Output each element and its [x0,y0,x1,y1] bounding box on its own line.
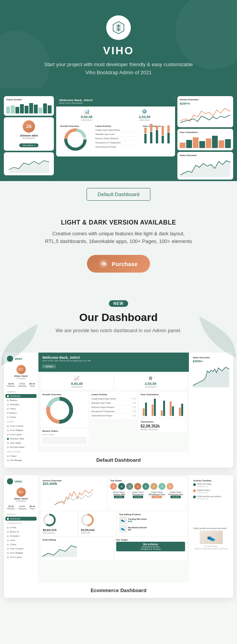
ecomm-sidebar-item-uikits[interactable]: UI Kits [5,526,37,529]
welcome-title: Wellcome Back, John!! [42,356,185,359]
sidebar-dot [7,518,9,520]
sidebar-item-home[interactable]: Home [5,407,37,411]
stat-card-1: 📊 8,50,49 Lorem ipsum [58,109,115,121]
main-grid: Growth Overview Recent Orders Name | Sta… [38,392,189,450]
stat-icon: 📈 [42,376,112,381]
sidebar-section-forms: Forms [5,419,37,424]
sidebar-dot [7,531,9,533]
sidebar-dot [7,455,9,457]
sidebar-dot [7,434,9,436]
ecomm-sidebar-item-icons[interactable]: Icons [5,538,37,542]
stat-card-total: 📈 8,50,49 Lorem ipsum [41,374,113,389]
sidebar-item-no-data[interactable]: No Data Tables [5,445,37,449]
ecomm-sidebar-item-bonusui[interactable]: Bonus UI [5,530,37,534]
ecomm-sidebar-item-dashboard[interactable]: Dashboard [5,517,37,521]
preview-right: Invoice Overview $200+k User Activations [177,96,233,181]
stat-icon-2: ⚙ [116,376,185,381]
ecommerce-right-panel: Activity Timeline Hi By Viho Today10:00 … [189,475,233,583]
ecomm-stat-3: 86.4kPosts [29,505,35,510]
sidebar-item-business-table[interactable]: Business Table [5,437,37,441]
default-dashboard-button-wrap: Default Dashboard [0,181,237,208]
stat-card-2: ⚙️ 2,03,59 Lorem ipsum [117,109,173,121]
sidebar-item-form-controls[interactable]: Form Controls [5,424,37,428]
sidebar-dot [7,416,9,418]
purchase-label: Purchase [112,261,138,267]
top-dealer-card: Top Dealer A B C D E F G H Dealer NameJa… [108,478,187,510]
ecomm-stat-card-2: $4,55,642 Total Profit [79,511,115,536]
sidebar-item-buttons2[interactable]: ✗ Buttons [5,411,37,415]
sidebar-item-charts[interactable]: Charts [5,415,37,419]
sidebar-item-dashboard[interactable]: Dashboard [5,394,37,398]
update-button[interactable]: Update [42,364,56,368]
ecomm-sidebar-role: UI Designer [5,500,37,502]
sidebar-dot [7,552,9,554]
new-badge: NEW [109,300,128,307]
recent-orders-card: Recent Orders Name | Status [41,428,88,446]
ecomm-sidebar-avatar: EV [17,488,26,497]
sidebar-dot [7,544,9,546]
sidebar-role: UI Designer [5,377,37,379]
sidebar-item-data-tables[interactable]: Data Tables [5,441,37,445]
ecomm-sidebar-item-form-widgets[interactable]: Form Widgets [5,551,37,555]
sidebar-dot [7,438,9,440]
top-selling-product-card: Top Selling Product 👟 Trending Nike shoe… [117,511,187,536]
sidebar-item-form-layout[interactable]: Form Layout [5,433,37,436]
sidebar-dot [7,446,9,448]
sidebar-item-animation[interactable]: Animation [5,403,37,406]
stat-label-2: Lorem ipsum [116,386,185,388]
sidebar-stat-posts: 86.4k Posts [29,383,35,387]
user-activations-large: User Activations [139,392,187,418]
grid-col-3: User Activations [139,392,187,448]
invoice-overview-large: Invoice Overview $20,400k [41,478,107,510]
sidebar-item-file-manager[interactable]: File Manager [5,458,37,462]
sidebar-dot [7,425,9,427]
ecomm-sidebar-item-form-layout[interactable]: Form Layout [5,555,37,559]
dashboard-right-panel: Sales Overview $200k+ [189,353,233,453]
view-more-button[interactable]: View More » [19,143,38,147]
growth-overview-card: Growth Overview [58,123,92,154]
dash-welcome-sub: Here is the Viho family... [59,102,172,104]
default-dashboard-label: Default Dashboard [4,453,233,468]
sidebar-dot [7,535,9,537]
stat-label-1: Lorem ipsum [42,386,112,388]
sidebar-item-buttons[interactable]: Buttons [5,398,37,402]
sidebar-section-apps: Applications [5,449,37,454]
sidebar-item-project[interactable]: Project [5,454,37,458]
ecomm-sidebar-logo-icon [7,478,13,484]
ecomm-sidebar-item-animation[interactable]: Animation [5,534,37,538]
ecomm-stat-2: 2 YrsFollowing [18,505,26,510]
stat-card-secondary: ⚙ 2,03,59 Lorem ipsum [115,374,187,389]
hero-subtitle: Start your project with most developer f… [8,61,229,77]
line-chart-card [4,152,54,175]
sidebar-dot [7,399,9,401]
we-achieve-badge: We Achieve Estimated at X timesComplete … [116,542,185,551]
ecomm-activity-timeline: Activity Timeline Hi By Viho Today10:00 … [191,478,231,524]
transaction-card: Transaction $2,09,352k Monthly Transacti… [139,419,187,432]
purchase-icon: 🛍 [99,260,108,268]
main-stats-row: 📈 8,50,49 Lorem ipsum ⚙ 2,03,59 Lorem ip… [38,372,189,392]
stat-value-1: 8,50,49 [42,382,112,386]
ecomm-section-general: General [5,512,37,517]
user-activations-card: User Activations [141,123,173,154]
sidebar-section-general: General [5,389,37,394]
yearly-growth-card: Yearly Growth [4,96,54,116]
hero-section: VIHO Start your project with most develo… [0,0,237,88]
profile-avatar: JA [23,120,35,133]
ecomm-sidebar-logo-text: VIHO [15,480,22,483]
sidebar-item-form-widgets[interactable]: Form Widgets [5,428,37,432]
ecomm-sidebar-item-form-controls[interactable]: Form Controls [5,547,37,551]
dash-welcome: Wellcome Back, John!! [59,98,172,102]
leaf-decoration-right [195,307,237,363]
ecomm-section-componentry: Componentry [5,521,37,526]
ecomm-stat-1: 16.4kFollowers [7,505,15,510]
preview-left: Yearly Growth JA Johnson allen Ban [4,96,54,181]
profile-card: JA Johnson allen Bangladesh View More » [4,117,54,151]
sales-overview-right-card: Sales Overview [177,152,233,180]
welcome-subtitle: Here is the Viho family we are glad that… [42,359,185,362]
sidebar-dot [7,556,9,558]
default-dashboard-button[interactable]: Default Dashboard [87,188,150,201]
purchase-button[interactable]: 🛍 Purchase [87,255,150,273]
ecomm-sidebar-stats: 16.4kFollowers 2 YrsFollowing 86.4kPosts [5,505,37,510]
ecomm-sidebar-item-charts[interactable]: Charts [5,542,37,546]
preview-main: Wellcome Back, John!! Here is the Viho f… [56,96,175,181]
